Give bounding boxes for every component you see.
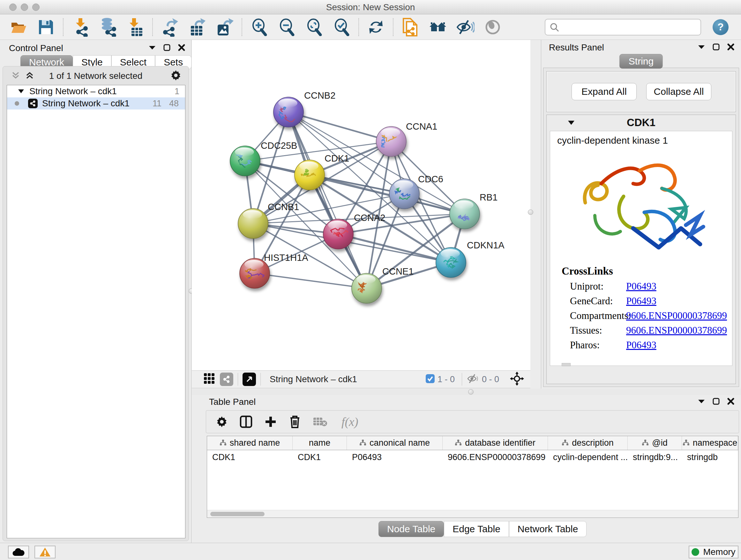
tab-network-table[interactable]: Network Table	[509, 521, 587, 537]
node-label-CDK1: CDK1	[325, 153, 349, 164]
birds-eye-view-icon[interactable]	[203, 373, 215, 386]
float-panel-icon[interactable]	[712, 397, 720, 405]
memory-button[interactable]: Memory	[689, 546, 738, 558]
horizontal-splitter-handle[interactable]	[468, 389, 474, 395]
export-image-button[interactable]	[215, 17, 234, 37]
tab-edge-table[interactable]: Edge Table	[444, 521, 509, 537]
help-button[interactable]: ?	[713, 19, 729, 35]
zoom-in-button[interactable]	[250, 17, 269, 37]
control-panel-title: Control Panel	[9, 43, 63, 53]
table-cell[interactable]: 9606.ENSP00000378699	[443, 450, 548, 464]
hidden-eye-icon[interactable]	[467, 374, 479, 385]
hide-glass-button[interactable]	[456, 17, 475, 37]
warnings-button[interactable]	[35, 546, 56, 558]
crosslink-link[interactable]: P06493	[626, 295, 657, 307]
column-header-canonical-name[interactable]: canonical name	[347, 436, 443, 450]
apply-layout-button[interactable]	[366, 17, 386, 37]
zoom-selected-button[interactable]	[332, 17, 351, 37]
node-RB1[interactable]: RB1	[450, 192, 497, 229]
selected-checkbox-icon[interactable]	[425, 374, 435, 385]
houses-icon	[428, 18, 448, 36]
float-panel-icon[interactable]	[163, 44, 171, 51]
network-collection-row[interactable]: String Network – cdk1 1	[7, 85, 185, 98]
open-in-window-button[interactable]	[243, 373, 256, 386]
panel-menu-icon[interactable]	[697, 44, 705, 50]
string-document-icon	[401, 17, 419, 37]
crosslink-link[interactable]: 9606.ENSP00000378699	[626, 310, 727, 321]
horizontal-splitter[interactable]	[192, 388, 741, 395]
import-network-from-database-button[interactable]	[98, 17, 118, 37]
node-CCNA1[interactable]: CCNA1	[376, 121, 437, 157]
statusbar-separator	[238, 373, 238, 386]
table-cell[interactable]: stringdb:9...	[628, 450, 682, 464]
column-header-description[interactable]: description	[548, 436, 628, 450]
pan-crosshair-icon[interactable]	[510, 372, 524, 387]
warning-icon	[39, 547, 51, 557]
close-panel-icon[interactable]	[178, 44, 185, 51]
show-column-selector-icon[interactable]	[239, 415, 253, 428]
table-cell[interactable]: P06493	[347, 450, 443, 464]
function-builder-button[interactable]: f(x)	[341, 415, 358, 429]
collapse-all-button[interactable]: Collapse All	[646, 83, 711, 100]
network-column-icon	[219, 438, 226, 448]
delete-column-trash-icon[interactable]	[288, 415, 301, 429]
table-cell[interactable]: CDK1	[293, 450, 347, 464]
show-glass-button[interactable]	[483, 17, 502, 37]
node-card-title: CDK1	[547, 117, 736, 129]
tab-node-table[interactable]: Node Table	[379, 521, 444, 537]
crosslink-link[interactable]: 9606.ENSP00000378699	[626, 325, 727, 336]
column-header-shared-name[interactable]: shared name	[207, 436, 293, 450]
zoom-out-button[interactable]	[277, 17, 296, 37]
table-cell[interactable]: cyclin-dependent ...	[548, 450, 628, 464]
node-HIST1H1A[interactable]: HIST1H1A	[240, 253, 308, 288]
application-window: Session: New Session	[0, 0, 741, 560]
node-card-header[interactable]: CDK1	[547, 115, 736, 130]
export-table-button[interactable]	[188, 17, 207, 37]
node-result-card: CDK1 cyclin-dependent kinase 1	[546, 115, 736, 384]
create-column-icon[interactable]	[264, 415, 277, 428]
network-graph[interactable]: CCNB2 CCNA1 CDC25B CDK1 CDC6 RB1 CCNB1 C…	[192, 40, 530, 370]
scrollbar-thumb[interactable]	[210, 512, 265, 516]
column-header--id[interactable]: @id	[628, 436, 682, 450]
string-import-button[interactable]	[401, 17, 420, 37]
delete-table-icon[interactable]	[313, 416, 327, 427]
save-session-button[interactable]	[37, 17, 56, 37]
crosslink-link[interactable]: P06493	[626, 339, 657, 351]
home-networks-button[interactable]	[428, 17, 448, 37]
search-input[interactable]	[545, 19, 701, 36]
table-row[interactable]: CDK1CDK1P064939606.ENSP00000378699cyclin…	[207, 450, 738, 464]
table-cell[interactable]: CDK1	[207, 450, 293, 464]
zoom-fit-button[interactable]	[305, 17, 324, 37]
refresh-icon	[367, 18, 385, 36]
crosslink-link[interactable]: P06493	[626, 281, 657, 292]
cloud-status-button[interactable]	[8, 546, 29, 558]
column-header-database-identifier[interactable]: database identifier	[443, 436, 548, 450]
column-header-label: @id	[652, 438, 667, 448]
right-splitter-handle[interactable]	[528, 209, 533, 215]
table-horizontal-scrollbar[interactable]	[207, 510, 738, 517]
import-network-button[interactable]	[71, 17, 90, 37]
network-view-canvas[interactable]: CCNB2 CCNA1 CDC25B CDK1 CDC6 RB1 CCNB1 C…	[192, 40, 530, 370]
tab-string[interactable]: String	[619, 54, 663, 69]
panel-menu-icon[interactable]	[148, 45, 156, 50]
float-panel-icon[interactable]	[712, 43, 720, 51]
mini-scrollbar[interactable]	[562, 363, 570, 366]
node-CDKN1A[interactable]: CDKN1A	[436, 240, 504, 277]
column-header-name[interactable]: name	[293, 436, 347, 450]
table-cell[interactable]: stringdb	[682, 450, 738, 464]
collection-expander-icon[interactable]	[18, 89, 24, 94]
close-panel-icon[interactable]	[727, 43, 735, 51]
edge-HIST1H1A-CCNE1[interactable]	[255, 273, 367, 288]
panel-menu-icon[interactable]	[697, 399, 705, 404]
export-network-button[interactable]	[160, 17, 179, 37]
close-panel-icon[interactable]	[727, 397, 735, 405]
import-table-button[interactable]	[126, 17, 145, 37]
expand-all-button[interactable]: Expand All	[571, 83, 636, 100]
node-CCNE1[interactable]: CCNE1	[352, 266, 414, 303]
cloud-icon	[12, 548, 25, 557]
network-row[interactable]: String Network – cdk1 11 48	[7, 98, 185, 110]
control-panel-window-icons	[148, 44, 185, 51]
table-gear-icon[interactable]	[216, 416, 228, 428]
open-session-button[interactable]	[9, 17, 28, 37]
column-header-namespace[interactable]: namespace	[682, 436, 738, 450]
